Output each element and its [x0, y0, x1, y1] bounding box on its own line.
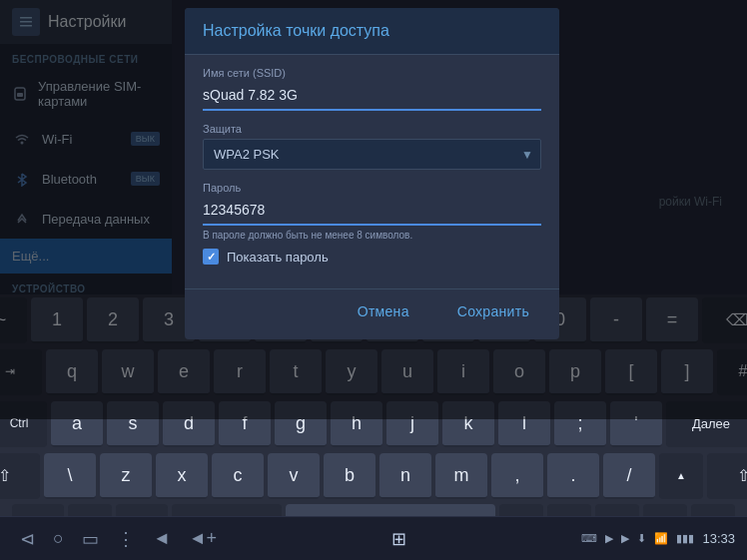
select-arrow-icon: ▼	[521, 148, 533, 162]
dialog-body: Имя сети (SSID) Защита Нет WPA2 PSK ▼ Па…	[185, 55, 559, 288]
key-slash[interactable]: /	[603, 453, 655, 499]
dialog-footer: Отмена Сохранить	[185, 288, 559, 339]
signal-icon-1: ▶	[605, 532, 613, 545]
key-c[interactable]: c	[212, 453, 264, 499]
show-password-row: Показать пароль	[203, 249, 541, 265]
recents-icon[interactable]: ▭	[82, 528, 99, 550]
key-m[interactable]: m	[435, 453, 487, 499]
key-v[interactable]: v	[268, 453, 320, 499]
key-backslash[interactable]: \	[44, 453, 96, 499]
back-icon[interactable]: ⊲	[20, 528, 35, 550]
signal-icon-2: ▶	[621, 532, 629, 545]
keyboard-row-4: ⇧ \ z x c v b n m , . / ▲ ⇧	[0, 450, 747, 502]
ssid-input[interactable]	[203, 83, 541, 111]
key-x[interactable]: x	[156, 453, 208, 499]
password-hint: В пароле должно быть не менее 8 символов…	[203, 230, 541, 241]
key-shift-right[interactable]: ⇧	[707, 453, 747, 499]
nav-right-status: ⌨ ▶ ▶ ⬇ 📶 ▮▮▮ 13:33	[581, 531, 747, 546]
show-password-checkbox[interactable]	[203, 249, 219, 265]
dialog-title: Настройка точки доступа	[203, 22, 389, 39]
ssid-label: Имя сети (SSID)	[203, 67, 541, 79]
nav-center-controls: ⊞	[391, 528, 406, 550]
menu-icon[interactable]: ⋮	[117, 528, 135, 550]
key-arrow-up[interactable]: ▲	[659, 453, 703, 499]
wifi-signal-icon: 📶	[654, 532, 668, 545]
volume-up-icon[interactable]: ◄+	[189, 528, 217, 549]
navigation-bar: ⊲ ○ ▭ ⋮ ◄ ◄+ ⊞ ⌨ ▶ ▶ ⬇ 📶 ▮▮▮ 13:33	[0, 516, 747, 560]
key-n[interactable]: n	[379, 453, 431, 499]
cancel-button[interactable]: Отмена	[346, 297, 421, 325]
security-select[interactable]: Нет WPA2 PSK	[203, 139, 541, 170]
password-label: Пароль	[203, 182, 541, 194]
home-icon[interactable]: ○	[53, 528, 64, 549]
volume-down-icon[interactable]: ◄	[153, 528, 171, 549]
key-z[interactable]: z	[100, 453, 152, 499]
key-comma[interactable]: ,	[491, 453, 543, 499]
show-password-label: Показать пароль	[227, 250, 329, 265]
battery-icon: ▮▮▮	[676, 532, 694, 545]
dialog-header: Настройка точки доступа	[185, 8, 559, 55]
password-input[interactable]	[203, 198, 541, 226]
security-label: Защита	[203, 123, 541, 135]
hotspot-dialog: Настройка точки доступа Имя сети (SSID) …	[185, 8, 559, 339]
screenshot-icon[interactable]: ⊞	[391, 528, 406, 550]
key-b[interactable]: b	[324, 453, 375, 499]
key-shift-left[interactable]: ⇧	[0, 453, 40, 499]
nav-left-controls: ⊲ ○ ▭ ⋮ ◄ ◄+	[0, 528, 217, 550]
key-period[interactable]: .	[547, 453, 599, 499]
time-display: 13:33	[702, 531, 735, 546]
save-button[interactable]: Сохранить	[445, 297, 541, 325]
keyboard-status-icon: ⌨	[581, 532, 597, 545]
security-select-wrapper: Нет WPA2 PSK ▼	[203, 139, 541, 170]
download-icon: ⬇	[637, 532, 646, 545]
